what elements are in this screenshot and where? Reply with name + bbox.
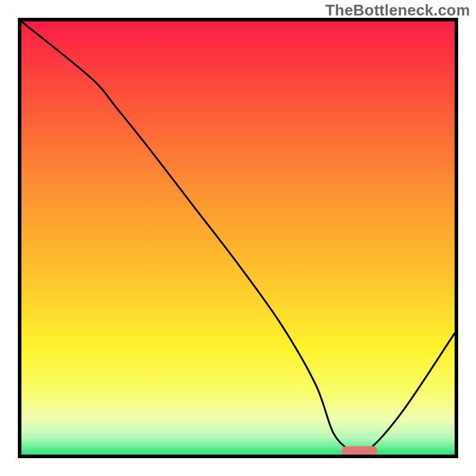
watermark-text: TheBottleneck.com [325,1,470,20]
optimal-marker [342,446,377,455]
chart-container: TheBottleneck.com [0,0,476,476]
bottleneck-curve [21,21,455,455]
plot-area [18,18,458,458]
